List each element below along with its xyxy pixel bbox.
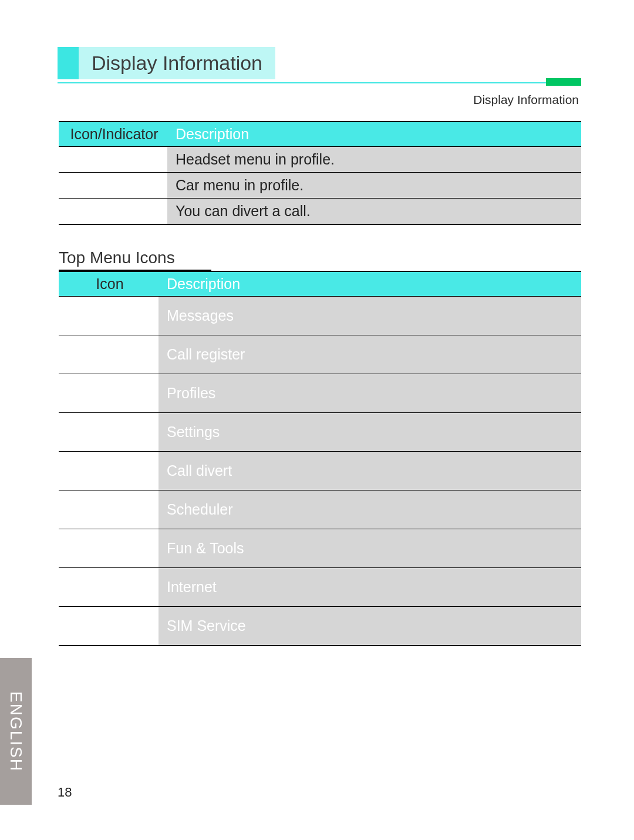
description-cell: Call divert xyxy=(158,452,581,490)
language-side-tab-label: ENGLISH xyxy=(6,691,25,772)
top-menu-icons-table: Icon Description Messages Call register … xyxy=(59,271,581,646)
table-row: You can divert a call. xyxy=(59,199,581,225)
table-row: Settings xyxy=(59,413,581,452)
col-header-icon: Icon xyxy=(59,271,158,297)
description-cell: Profiles xyxy=(158,374,581,413)
language-side-tab: ENGLISH xyxy=(0,658,32,805)
subheading: Display Information xyxy=(59,93,579,107)
icon-indicator-table: Icon/Indicator Description Headset menu … xyxy=(59,121,581,225)
description-cell: Fun & Tools xyxy=(158,529,581,568)
description-cell: Call register xyxy=(158,335,581,374)
icon-cell xyxy=(59,607,158,646)
icon-cell xyxy=(59,490,158,529)
icon-cell xyxy=(59,297,158,335)
description-cell: Settings xyxy=(158,413,581,452)
page-number: 18 xyxy=(58,785,72,800)
col-header-icon: Icon/Indicator xyxy=(59,122,167,147)
table-row: Profiles xyxy=(59,374,581,413)
table-row: SIM Service xyxy=(59,607,581,646)
table-row: Call divert xyxy=(59,452,581,490)
title-rule xyxy=(58,78,581,86)
description-cell: Headset menu in profile. xyxy=(167,147,581,173)
icon-cell xyxy=(59,147,167,173)
table-row: Messages xyxy=(59,297,581,335)
icon-cell xyxy=(59,529,158,568)
description-cell: Car menu in profile. xyxy=(167,173,581,199)
description-cell: SIM Service xyxy=(158,607,581,646)
manual-page: Display Information Display Information … xyxy=(0,0,634,840)
title-rule-line xyxy=(58,82,581,83)
page-title: Display Information xyxy=(79,47,275,79)
title-rule-accent xyxy=(546,78,581,86)
title-accent-block xyxy=(58,47,79,79)
icon-cell xyxy=(59,335,158,374)
description-cell: Internet xyxy=(158,568,581,607)
icon-cell xyxy=(59,173,167,199)
table-row: Internet xyxy=(59,568,581,607)
description-cell: Messages xyxy=(158,297,581,335)
table-row: Call register xyxy=(59,335,581,374)
col-header-description: Description xyxy=(167,122,581,147)
table-row: Headset menu in profile. xyxy=(59,147,581,173)
icon-cell xyxy=(59,452,158,490)
table-row: Scheduler xyxy=(59,490,581,529)
table-row: Car menu in profile. xyxy=(59,173,581,199)
icon-cell xyxy=(59,374,158,413)
description-cell: You can divert a call. xyxy=(167,199,581,225)
table-row: Fun & Tools xyxy=(59,529,581,568)
page-title-bar: Display Information xyxy=(58,47,581,82)
col-header-description: Description xyxy=(158,271,581,297)
description-cell: Scheduler xyxy=(158,490,581,529)
icon-cell xyxy=(59,199,167,225)
icon-cell xyxy=(59,568,158,607)
icon-cell xyxy=(59,413,158,452)
section-heading-top-menu-icons: Top Menu Icons xyxy=(59,248,211,271)
